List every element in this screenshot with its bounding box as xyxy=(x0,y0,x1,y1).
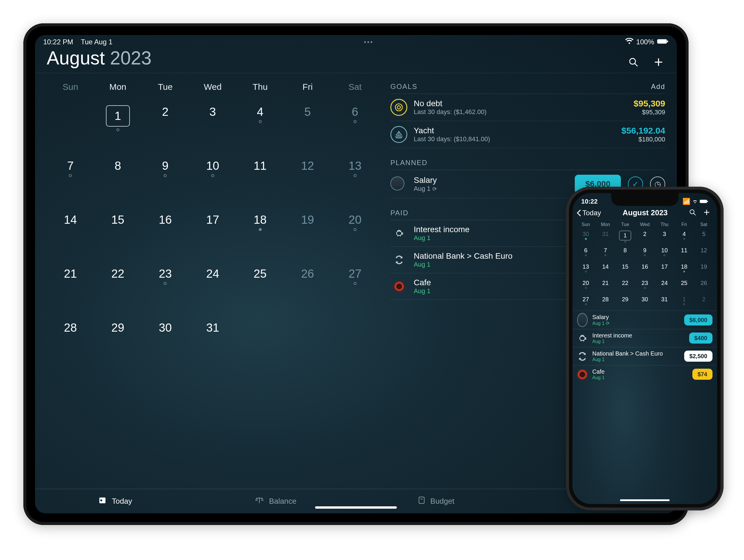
calendar-day[interactable]: 16 xyxy=(635,262,655,278)
iphone-calendar-grid[interactable]: 3031123456789101112131415161718192021222… xyxy=(572,229,717,311)
calendar-day[interactable]: 14 xyxy=(595,262,615,278)
calendar-day[interactable]: 1 xyxy=(94,100,142,154)
calendar-day[interactable]: 30 xyxy=(635,294,655,311)
calendar-day[interactable]: 28 xyxy=(47,316,94,370)
calendar-day[interactable]: 13 xyxy=(331,154,379,208)
search-button[interactable] xyxy=(689,209,696,217)
calendar-day[interactable]: 24 xyxy=(655,278,674,294)
calendar-day[interactable]: 3 xyxy=(655,229,674,245)
calendar-day[interactable]: 22 xyxy=(94,262,142,316)
weekday-label: Sun xyxy=(576,222,595,227)
calendar-day[interactable]: 15 xyxy=(94,208,142,262)
calendar-day[interactable]: 3 xyxy=(189,100,237,154)
calendar-day[interactable]: 8 xyxy=(615,245,635,262)
calendar-day[interactable]: 21 xyxy=(595,278,615,294)
calendar-day[interactable]: 11 xyxy=(236,154,284,208)
amount-pill[interactable]: $2,500 xyxy=(684,351,712,362)
goal-row[interactable]: YachtLast 30 days: ($10,841.00) $56,192.… xyxy=(390,121,665,148)
calendar-day[interactable]: 31 xyxy=(655,294,674,311)
calendar-day[interactable]: 31 xyxy=(595,229,615,245)
iphone-status-time: 10:22 xyxy=(581,198,598,205)
calendar-day[interactable]: 7 xyxy=(47,154,94,208)
calendar-day[interactable]: 31 xyxy=(189,316,237,370)
calendar-day[interactable]: 10 xyxy=(655,245,674,262)
svg-line-20 xyxy=(694,213,696,215)
calendar-day[interactable]: 16 xyxy=(142,208,189,262)
calendar-day[interactable]: 25 xyxy=(674,278,694,294)
home-indicator[interactable] xyxy=(620,499,670,501)
transaction-row[interactable]: National Bank > Cash EuroAug 1 $2,500 xyxy=(572,347,717,365)
calendar-day[interactable]: 5 xyxy=(694,229,714,245)
amount-pill[interactable]: $400 xyxy=(689,332,713,344)
calendar-day[interactable]: 23 xyxy=(635,278,655,294)
calendar-day[interactable] xyxy=(47,100,94,154)
calendar-day[interactable]: 18 xyxy=(236,208,284,262)
calendar-day[interactable]: 22 xyxy=(615,278,635,294)
calendar-day[interactable]: 29 xyxy=(615,294,635,311)
calendar-day[interactable]: 19 xyxy=(284,208,331,262)
calendar-day[interactable]: 26 xyxy=(284,262,331,316)
calendar-day[interactable]: 1 xyxy=(674,294,694,311)
calendar-day[interactable]: 28 xyxy=(595,294,615,311)
tab-budget[interactable]: Budget xyxy=(356,496,516,506)
calendar-day[interactable]: 4 xyxy=(674,229,694,245)
calendar-day[interactable]: 18 xyxy=(674,262,694,278)
transaction-row[interactable]: CafeAug 1 $74 xyxy=(572,365,717,383)
calendar-day[interactable]: 9 xyxy=(142,154,189,208)
calendar-day[interactable]: 1 xyxy=(615,229,635,245)
search-button[interactable] xyxy=(627,55,640,69)
calendar-day[interactable]: 30 xyxy=(142,316,189,370)
transaction-row[interactable]: Interest incomeAug 1 $400 xyxy=(572,329,717,347)
iphone-weekday-header: SunMonTueWedThuFriSat xyxy=(572,220,717,229)
add-button[interactable] xyxy=(652,55,665,69)
calendar-day[interactable]: 9 xyxy=(635,245,655,262)
calendar-day[interactable]: 14 xyxy=(47,208,94,262)
calendar-day[interactable]: 7 xyxy=(595,245,615,262)
calendar-day[interactable]: 20 xyxy=(576,278,595,294)
calendar-day[interactable]: 27 xyxy=(331,262,379,316)
add-button[interactable] xyxy=(703,209,710,217)
calendar-day[interactable]: 4 xyxy=(236,100,284,154)
calendar-day[interactable]: 6 xyxy=(576,245,595,262)
calendar-day[interactable]: 10 xyxy=(189,154,237,208)
calendar-day[interactable]: 2 xyxy=(142,100,189,154)
calendar-day[interactable]: 30 xyxy=(576,229,595,245)
calendar-day[interactable]: 26 xyxy=(694,278,714,294)
back-button[interactable]: Today xyxy=(576,209,601,217)
calendar-day[interactable]: 17 xyxy=(655,262,674,278)
goal-title: No debt xyxy=(414,99,628,108)
weekday-label: Mon xyxy=(94,82,142,92)
weekday-label: Fri xyxy=(674,222,694,227)
weekday-label: Mon xyxy=(595,222,615,227)
goals-add-button[interactable]: Add xyxy=(651,83,665,91)
calendar-day[interactable]: 8 xyxy=(94,154,142,208)
tab-today[interactable]: Today xyxy=(35,496,195,506)
calendar-day[interactable]: 23 xyxy=(142,262,189,316)
calendar-day[interactable]: 2 xyxy=(694,294,714,311)
calendar-day[interactable]: 2 xyxy=(635,229,655,245)
signal-icon: 📶 xyxy=(682,198,690,205)
tab-balance[interactable]: Balance xyxy=(195,496,356,506)
amount-pill[interactable]: $74 xyxy=(692,369,712,380)
calendar-day[interactable]: 27 xyxy=(576,294,595,311)
calendar-day[interactable]: 13 xyxy=(576,262,595,278)
calendar-day[interactable]: 21 xyxy=(47,262,94,316)
calendar-day[interactable]: 11 xyxy=(674,245,694,262)
calendar-day[interactable]: 12 xyxy=(694,245,714,262)
calendar-day[interactable]: 25 xyxy=(236,262,284,316)
calendar-day[interactable]: 5 xyxy=(284,100,331,154)
calendar-day[interactable]: 20 xyxy=(331,208,379,262)
calendar-day[interactable]: 24 xyxy=(189,262,237,316)
multitask-indicator-icon[interactable]: ••• xyxy=(364,39,374,45)
goal-row[interactable]: No debtLast 30 days: ($1,462.00) $95,309… xyxy=(390,94,665,121)
calendar-day[interactable]: 29 xyxy=(94,316,142,370)
home-indicator[interactable] xyxy=(315,506,397,509)
calendar-day[interactable]: 15 xyxy=(615,262,635,278)
calendar-grid[interactable]: 1234567891011121314151617181920212223242… xyxy=(47,100,379,370)
amount-pill[interactable]: $6,000 xyxy=(684,314,712,325)
transaction-row[interactable]: SalaryAug 1 ⟳ $6,000 xyxy=(572,311,717,329)
calendar-day[interactable]: 17 xyxy=(189,208,237,262)
calendar-day[interactable]: 19 xyxy=(694,262,714,278)
calendar-day[interactable]: 12 xyxy=(284,154,331,208)
calendar-day[interactable]: 6 xyxy=(331,100,379,154)
